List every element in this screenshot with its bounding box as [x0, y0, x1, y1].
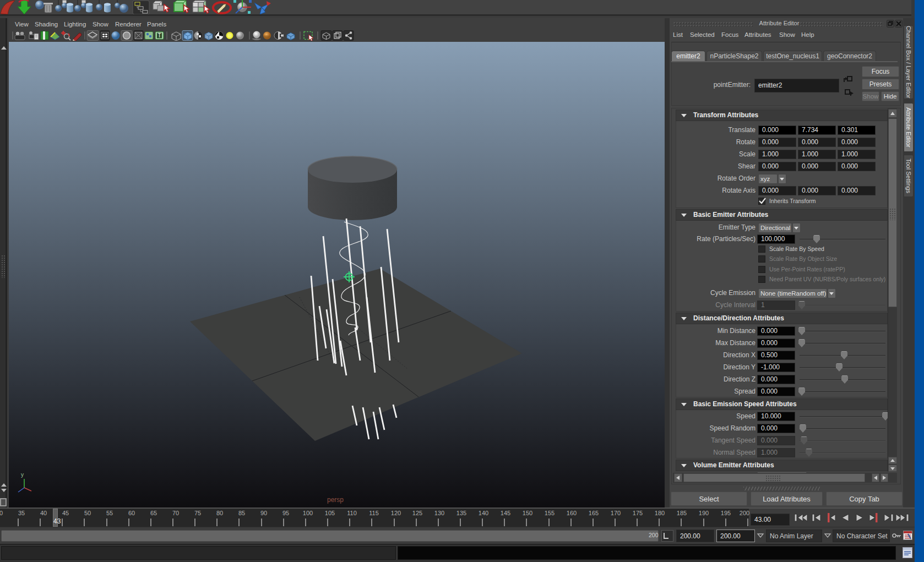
svg-text:persp: persp — [327, 496, 344, 504]
svg-text:T: T — [157, 32, 161, 39]
svg-text:y: y — [21, 472, 24, 478]
